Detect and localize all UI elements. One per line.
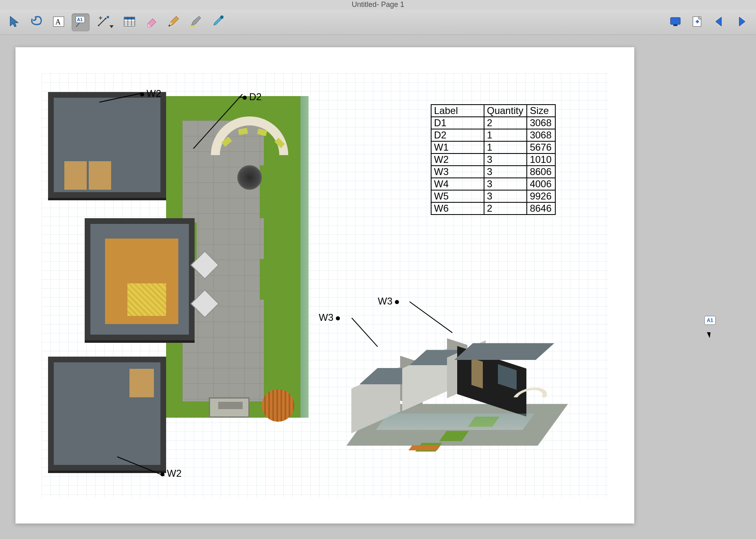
svg-rect-19 bbox=[673, 24, 677, 26]
dimension-tool-button[interactable] bbox=[94, 13, 116, 31]
table-tool-icon bbox=[123, 15, 136, 30]
label-tool-icon: A1 bbox=[74, 15, 88, 30]
pencil-tool-button[interactable] bbox=[164, 13, 182, 31]
workspace[interactable]: W2 D2 W2 bbox=[0, 35, 756, 539]
cell-quantity: 3 bbox=[484, 153, 527, 166]
table-row[interactable]: D123068 bbox=[431, 117, 555, 129]
cursor-badge-text: A1 bbox=[707, 318, 713, 323]
callout-label: W3 bbox=[378, 296, 392, 307]
pencil-tool-icon bbox=[167, 15, 180, 30]
table-row[interactable]: D213068 bbox=[431, 129, 555, 141]
lasso-tool-icon bbox=[30, 15, 44, 30]
callout-label: W3 bbox=[319, 312, 333, 323]
svg-line-4 bbox=[76, 23, 79, 27]
cell-quantity: 2 bbox=[484, 117, 527, 129]
callout-w3-right: W3 bbox=[378, 296, 401, 307]
cell-label: W4 bbox=[431, 178, 484, 190]
next-page-icon bbox=[734, 15, 748, 30]
cell-quantity: 1 bbox=[484, 129, 527, 141]
cell-size: 8646 bbox=[527, 202, 555, 215]
svg-text:A1: A1 bbox=[77, 17, 83, 22]
add-page-button[interactable] bbox=[688, 13, 706, 31]
select-tool-button[interactable] bbox=[6, 13, 24, 31]
eraser-tool-icon bbox=[145, 15, 158, 30]
svg-point-15 bbox=[169, 25, 170, 26]
window-titlebar: Untitled- Page 1 bbox=[0, 0, 756, 10]
table-row[interactable]: W338606 bbox=[431, 166, 555, 178]
table-row[interactable]: W628646 bbox=[431, 202, 555, 215]
eyedropper-tool-button[interactable] bbox=[208, 13, 226, 31]
cell-label: W6 bbox=[431, 202, 484, 215]
table-row[interactable]: W231010 bbox=[431, 153, 555, 166]
cell-size: 8606 bbox=[527, 166, 555, 178]
table-row[interactable]: W434006 bbox=[431, 178, 555, 190]
cell-label: D2 bbox=[431, 129, 484, 141]
isometric-viewport[interactable] bbox=[333, 316, 569, 471]
table-header-row: Label Quantity Size bbox=[431, 105, 555, 117]
text-tool-button[interactable]: A bbox=[50, 13, 68, 31]
svg-marker-21 bbox=[716, 17, 721, 26]
lasso-tool-button[interactable] bbox=[28, 13, 46, 31]
svg-text:A: A bbox=[55, 18, 61, 26]
text-tool-icon: A bbox=[52, 15, 66, 30]
cell-size: 3068 bbox=[527, 129, 555, 141]
cell-size: 4006 bbox=[527, 178, 555, 190]
callout-label: W2 bbox=[147, 88, 161, 99]
svg-rect-10 bbox=[124, 17, 135, 20]
callout-w2-bottom: W2 bbox=[158, 468, 182, 479]
table-tool-button[interactable] bbox=[121, 13, 138, 31]
present-button[interactable] bbox=[666, 13, 684, 31]
chevron-down-icon bbox=[110, 25, 114, 28]
callout-label: D2 bbox=[249, 91, 262, 102]
label-tool-cursor: A1 bbox=[704, 316, 716, 325]
svg-point-8 bbox=[107, 16, 109, 18]
cell-label: W3 bbox=[431, 166, 484, 178]
cell-label: D1 bbox=[431, 117, 484, 129]
floorplan-viewport[interactable] bbox=[32, 68, 313, 458]
present-icon bbox=[668, 15, 682, 30]
cell-size: 9926 bbox=[527, 190, 555, 202]
table-row[interactable]: W115676 bbox=[431, 141, 555, 153]
eraser-tool-button[interactable] bbox=[142, 13, 160, 31]
svg-rect-18 bbox=[671, 18, 680, 24]
next-page-button[interactable] bbox=[732, 13, 750, 31]
cell-quantity: 3 bbox=[484, 190, 527, 202]
schedule-table[interactable]: Label Quantity Size D123068D213068W11567… bbox=[431, 104, 556, 215]
window-title: Untitled- Page 1 bbox=[352, 0, 404, 9]
cell-size: 3068 bbox=[527, 117, 555, 129]
cell-quantity: 3 bbox=[484, 166, 527, 178]
col-header-size: Size bbox=[527, 105, 555, 117]
cell-label: W5 bbox=[431, 190, 484, 202]
svg-marker-22 bbox=[739, 17, 745, 26]
highlighter-tool-button[interactable] bbox=[186, 13, 204, 31]
cell-quantity: 3 bbox=[484, 178, 527, 190]
leader-line bbox=[239, 97, 246, 98]
svg-point-17 bbox=[220, 15, 224, 19]
cell-quantity: 1 bbox=[484, 141, 527, 153]
layout-page[interactable]: W2 D2 W2 bbox=[15, 47, 634, 524]
callout-label: W2 bbox=[167, 468, 182, 479]
cell-quantity: 2 bbox=[484, 202, 527, 215]
cell-label: W2 bbox=[431, 153, 484, 166]
dimension-tool-icon bbox=[96, 15, 110, 30]
highlighter-tool-icon bbox=[188, 15, 202, 30]
col-header-quantity: Quantity bbox=[484, 105, 527, 117]
prev-page-icon bbox=[712, 15, 726, 30]
cell-label: W1 bbox=[431, 141, 484, 153]
eyedropper-tool-icon bbox=[210, 15, 224, 30]
add-page-icon bbox=[690, 15, 704, 30]
cell-size: 5676 bbox=[527, 141, 555, 153]
cell-size: 1010 bbox=[527, 153, 555, 166]
main-toolbar: A A1 bbox=[0, 10, 756, 35]
svg-rect-16 bbox=[190, 25, 195, 27]
callout-w3-left: W3 bbox=[319, 312, 342, 323]
table-row[interactable]: W539926 bbox=[431, 190, 555, 202]
label-tool-button[interactable]: A1 bbox=[72, 13, 90, 31]
col-header-label: Label bbox=[431, 105, 484, 117]
prev-page-button[interactable] bbox=[710, 13, 728, 31]
select-tool-icon bbox=[8, 15, 22, 30]
svg-line-5 bbox=[98, 18, 106, 26]
